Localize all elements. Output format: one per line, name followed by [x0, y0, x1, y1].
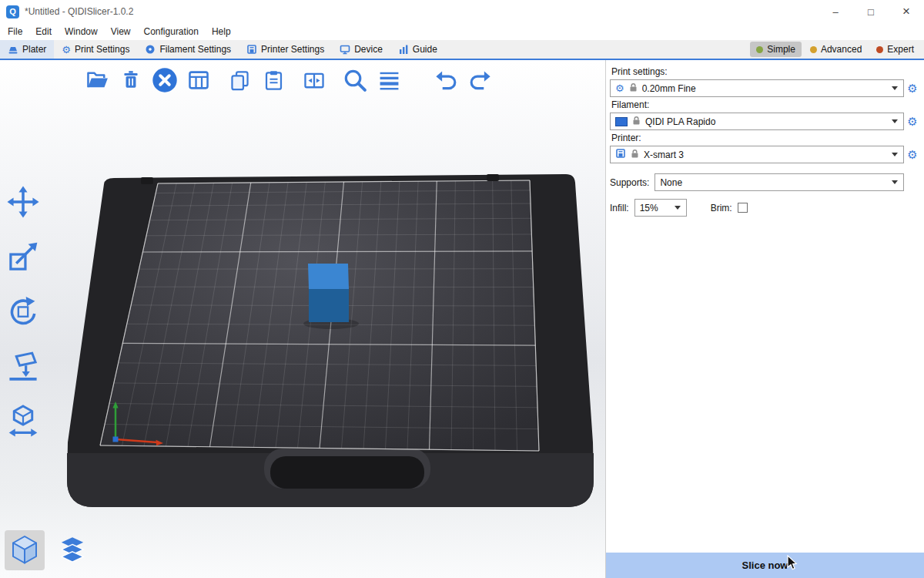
model-cube-front[interactable] [309, 289, 349, 322]
mode-advanced[interactable]: Advanced [804, 42, 868, 57]
menu-configuration[interactable]: Configuration [144, 26, 199, 37]
place-on-face-button[interactable] [5, 348, 42, 385]
tab-guide[interactable]: Guide [390, 40, 445, 59]
printer-mini-icon [615, 148, 626, 161]
device-icon [340, 44, 350, 55]
copy-button[interactable] [224, 65, 255, 96]
print-settings-label: Print settings: [611, 66, 921, 77]
mouse-cursor [787, 555, 798, 573]
move-button[interactable] [5, 183, 42, 220]
delete-all-icon [152, 67, 178, 93]
split-objects-button[interactable] [299, 65, 330, 96]
brim-label: Brim: [711, 203, 732, 213]
maximize-button[interactable]: □ [853, 0, 889, 23]
tab-print-settings[interactable]: ⚙ Print Settings [54, 40, 137, 59]
print-settings-gear-button[interactable]: ⚙ [904, 79, 921, 97]
viewport-3d-scene[interactable] [0, 60, 605, 578]
open-button[interactable] [82, 65, 112, 96]
slice-now-button[interactable]: Slice now [606, 553, 924, 578]
plater-icon [8, 44, 18, 55]
view-layers-preview-button[interactable] [52, 530, 92, 570]
arrange-icon [187, 69, 210, 92]
delete-all-button[interactable] [149, 65, 180, 96]
mirror-button[interactable] [5, 402, 42, 439]
scale-button[interactable] [5, 238, 42, 275]
menu-help[interactable]: Help [212, 26, 231, 37]
menu-window[interactable]: Window [65, 26, 98, 37]
move-icon [6, 185, 40, 219]
settings-panel: Print settings: ⚙ 0.20mm Fine ⚙ Filament… [605, 60, 924, 578]
mode-simple-label: Simple [767, 44, 795, 55]
supports-value: None [660, 177, 887, 188]
cube-3d-icon [8, 533, 42, 567]
brim-checkbox[interactable] [738, 203, 748, 213]
tab-plater-label: Plater [22, 44, 46, 55]
menubar: File Edit Window View Configuration Help [0, 23, 924, 40]
search-button[interactable] [340, 65, 370, 96]
redo-button[interactable] [464, 65, 495, 96]
plater-toolbar [82, 65, 498, 96]
scale-icon [6, 240, 40, 274]
filament-label: Filament: [611, 99, 921, 110]
variable-layer-height-button[interactable] [373, 65, 404, 96]
infill-value: 15% [640, 203, 670, 213]
place-on-face-icon [6, 349, 40, 383]
printer-gear-button[interactable]: ⚙ [904, 146, 921, 163]
tab-device[interactable]: Device [332, 40, 390, 59]
menu-view[interactable]: View [111, 26, 131, 37]
variable-layer-height-icon [377, 69, 401, 92]
view-3d-editor-button[interactable] [5, 530, 45, 570]
tab-printer-settings[interactable]: Printer Settings [239, 40, 332, 59]
chevron-down-icon [892, 119, 898, 123]
infill-combo[interactable]: 15% [634, 199, 687, 217]
app-logo-icon: Q [6, 5, 19, 18]
tab-filament-settings[interactable]: Filament Settings [137, 40, 239, 59]
tab-print-settings-label: Print Settings [75, 44, 129, 55]
chevron-down-icon [892, 86, 898, 90]
menu-edit[interactable]: Edit [35, 26, 52, 37]
tab-guide-label: Guide [413, 44, 437, 55]
guide-icon [398, 44, 409, 55]
mode-simple-dot [756, 46, 763, 53]
paste-icon [263, 69, 285, 92]
tab-plater[interactable]: Plater [0, 40, 54, 59]
tray-handle-hole [270, 456, 424, 489]
close-button[interactable]: × [889, 0, 924, 23]
menu-file[interactable]: File [8, 26, 22, 37]
printer-combo[interactable]: X-smart 3 [610, 146, 904, 163]
filament-combo[interactable]: QIDI PLA Rapido [610, 113, 904, 130]
mode-expert-label: Expert [887, 44, 914, 55]
filament-color-swatch [615, 117, 628, 126]
filament-settings-icon [145, 44, 156, 55]
print-settings-icon: ⚙ [62, 45, 71, 55]
filament-gear-button[interactable]: ⚙ [904, 113, 921, 130]
infill-label: Infill: [610, 203, 629, 213]
mode-expert-dot [876, 46, 883, 53]
supports-label: Supports: [610, 177, 649, 188]
mode-simple[interactable]: Simple [750, 42, 802, 57]
viewport-3d[interactable] [0, 60, 605, 578]
paste-button[interactable] [258, 65, 289, 96]
supports-combo[interactable]: None [654, 173, 904, 191]
print-settings-value: 0.20mm Fine [642, 83, 887, 94]
mode-expert[interactable]: Expert [870, 42, 920, 57]
window-title: *Untitled - QIDISlicer-1.0.2 [25, 6, 133, 17]
tab-device-label: Device [354, 44, 383, 55]
mode-selector: Simple Advanced Expert [750, 40, 924, 59]
arrange-button[interactable] [183, 65, 214, 96]
printer-settings-icon [246, 44, 257, 55]
minimize-button[interactable]: – [818, 0, 853, 23]
tab-filament-settings-label: Filament Settings [159, 44, 231, 55]
print-settings-combo[interactable]: ⚙ 0.20mm Fine [610, 79, 904, 97]
mode-advanced-label: Advanced [821, 44, 862, 55]
undo-button[interactable] [430, 65, 461, 96]
layers-stack-icon [55, 534, 90, 566]
model-cube-top[interactable] [308, 264, 349, 289]
trash-icon [120, 69, 142, 91]
delete-button[interactable] [116, 65, 146, 96]
filament-value: QIDI PLA Rapido [645, 116, 887, 127]
rotate-button[interactable] [5, 293, 42, 330]
chevron-down-icon [675, 206, 681, 210]
lock-icon [632, 116, 641, 128]
undo-icon [434, 69, 458, 92]
